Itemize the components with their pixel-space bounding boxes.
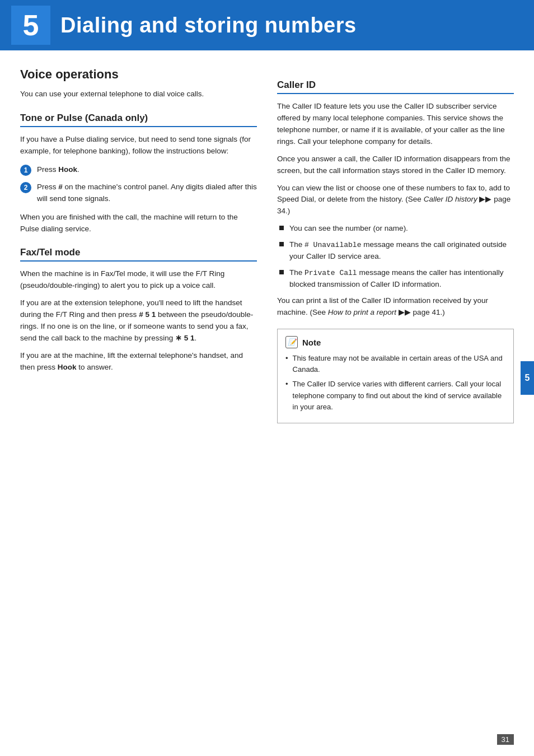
chapter-num-box: 5	[11, 6, 50, 45]
fax-tel-title: Fax/Tel mode	[20, 247, 257, 262]
page-number-box: 31	[497, 734, 514, 745]
step-1-bold: Hook	[58, 165, 77, 174]
tone-pulse-title: Tone or Pulse (Canada only)	[20, 113, 257, 127]
caller-id-history-link: Caller ID history	[424, 195, 477, 203]
caller-id-para2: Once you answer a call, the Caller ID in…	[277, 153, 514, 177]
tone-pulse-intro: If you have a Pulse dialing service, but…	[20, 134, 257, 157]
fax-tel-para3: If you are at the machine, lift the exte…	[20, 350, 257, 374]
bullet-1: You can see the number (or name).	[279, 223, 514, 235]
caller-id-para4: You can print a list of the Caller ID in…	[277, 295, 514, 319]
note-item-2-text: The Caller ID service varies with differ…	[293, 379, 505, 412]
bullet-2: The # Unavailable message means the call…	[279, 239, 514, 263]
note-header: 📝 Note	[285, 336, 505, 348]
bullet-3-icon	[279, 270, 284, 274]
right-column: Caller ID The Caller ID feature lets you…	[277, 67, 514, 423]
chapter-title: Dialing and storing numbers	[60, 13, 357, 38]
bullet-1-icon	[279, 226, 284, 230]
note-icon: 📝	[285, 336, 298, 348]
note-bullet-2: •	[285, 379, 288, 390]
note-bullet-1: •	[285, 353, 288, 364]
fax-tel-para1: When the machine is in Fax/Tel mode, it …	[20, 268, 257, 292]
voice-operations-title: Voice operations	[20, 67, 257, 82]
chapter-number: 5	[23, 8, 39, 42]
note-item-1-text: This feature may not be available in cer…	[293, 353, 505, 375]
page-number-bar: 31	[497, 734, 514, 745]
bullet-2-icon	[279, 242, 284, 246]
unavailable-mono: # Unavailable	[305, 241, 361, 249]
side-tab: 5	[521, 361, 534, 395]
private-call-mono: Private Call	[305, 269, 357, 277]
left-column: Voice operations You can use your extern…	[20, 67, 257, 423]
note-title: Note	[302, 338, 321, 347]
bullet-1-text: You can see the number (or name).	[289, 223, 408, 235]
caller-id-bullets: You can see the number (or name). The # …	[279, 223, 514, 291]
star-51-bold: ∗ 5 1	[175, 334, 195, 342]
bullet-2-text: The # Unavailable message means the call…	[289, 239, 514, 263]
header-banner: 5 Dialing and storing numbers	[0, 0, 534, 50]
step-2: 2 Press # on the machine's control panel…	[20, 181, 257, 205]
step-2-circle: 2	[20, 182, 31, 193]
caller-id-para3: You can view the list or choose one of t…	[277, 183, 514, 218]
caller-id-para1: The Caller ID feature lets you use the C…	[277, 101, 514, 148]
how-to-print-link: How to print a report	[328, 308, 396, 316]
step-2-bold: #	[58, 183, 63, 191]
step-1-circle: 1	[20, 165, 31, 176]
hook-bold: Hook	[58, 363, 77, 371]
note-box: 📝 Note • This feature may not be availab…	[277, 329, 514, 423]
caller-id-title: Caller ID	[277, 80, 514, 94]
step-2-text: Press # on the machine's control panel. …	[37, 181, 257, 205]
bullet-3-text: The Private Call message means the calle…	[289, 267, 514, 291]
bullet-3: The Private Call message means the calle…	[279, 267, 514, 291]
hash-51-bold: # 5 1	[139, 310, 156, 319]
voice-operations-intro: You can use your external telephone to d…	[20, 88, 257, 100]
step-1-text: Press Hook.	[37, 164, 79, 176]
note-item-1: • This feature may not be available in c…	[285, 353, 505, 375]
step-1: 1 Press Hook.	[20, 164, 257, 176]
note-item-2: • The Caller ID service varies with diff…	[285, 379, 505, 412]
tone-pulse-closing: When you are finished with the call, the…	[20, 212, 257, 235]
content-area: Voice operations You can use your extern…	[0, 67, 534, 423]
fax-tel-para2: If you are at the extension telephone, y…	[20, 297, 257, 344]
steps-list: 1 Press Hook. 2 Press # on the machine's…	[20, 164, 257, 205]
